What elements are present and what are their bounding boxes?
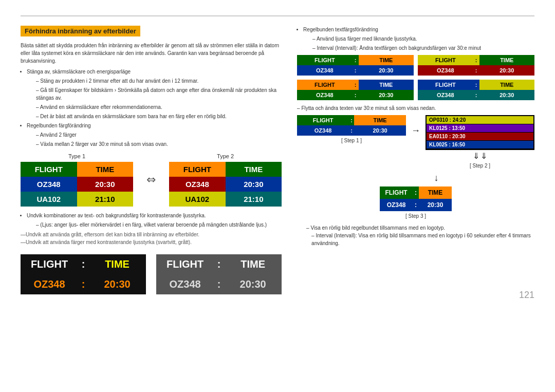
sub-item-3a: (Ljus: anger ljus- eller mörkervärdet i … <box>36 221 282 229</box>
arrow-between: ⇔ <box>143 173 159 186</box>
step1-panel: FLIGHT:TIMEOZ348:20:30 <box>297 115 406 136</box>
left-column: Förhindra inbränning av efterbilder Bäst… <box>21 26 282 294</box>
right-sub-list: Använd ljusa färger med liknande ljussty… <box>312 35 534 52</box>
page-number: 121 <box>519 290 534 301</box>
grid-panel: FLIGHT:TIMEOZ348:20:30 <box>297 80 414 100</box>
type1-panel: FLIGHTTIMEOZ34820:30UA10221:10 <box>21 162 133 207</box>
step2-block: OP0310 : 24:20KL0125 : 13:50EA0110 : 20:… <box>425 115 534 169</box>
bullet-list-2: Undvik kombinationer av text- och bakgru… <box>27 212 282 229</box>
note-1: Undvik att använda grått, eftersom det k… <box>21 232 282 237</box>
step1-label: [ Step 1 ] <box>341 138 362 143</box>
step-section: Flytta och ändra texten var 30:e minut s… <box>297 105 534 219</box>
step3-panel: FLIGHT:TIMEOZ348:20:30 <box>380 186 452 211</box>
sub-item-1a: Stäng av produkten i 2 timmar efter att … <box>36 77 282 85</box>
right-sub-1a: Använd ljusa färger med liknande ljussty… <box>312 35 534 43</box>
type2-label: Type 2 <box>169 153 282 159</box>
step3-block: FLIGHT:TIMEOZ348:20:30 [ Step 3 ] <box>380 186 452 219</box>
arrow-down-icon-2: ⇓ <box>480 151 487 161</box>
sub-list-3: (Ljus: anger ljus- eller mörkervärdet i … <box>36 221 282 229</box>
type-panels-row: Type 1 FLIGHTTIMEOZ34820:30UA10221:10 ⇔ … <box>21 153 282 207</box>
type1-label: Type 1 <box>21 153 133 159</box>
note-2: Undvik att använda färger med kontraster… <box>21 239 282 245</box>
arrow-down-icon-1: ⇓ <box>473 151 479 161</box>
sub-list-1: Stäng av produkten i 2 timmar efter att … <box>36 77 282 120</box>
logo-note-2: Interval (Intervall): Visa en rörlig bil… <box>311 232 534 247</box>
logo-notes: Visa en rörlig bild regelbundet tillsamm… <box>297 224 534 247</box>
bullet-list-1: Stänga av, skärmsläckare och energisparl… <box>27 68 282 148</box>
sub-list-2: Använd 2 färger Växla mellan 2 färger va… <box>36 131 282 148</box>
right-bullet-1: Regelbunden textfärgsförändring <box>303 26 534 33</box>
grid-panel: FLIGHT:TIMEOZ348:20:30 <box>297 55 414 76</box>
arrow-right-icon: → <box>411 125 420 136</box>
sub-item-1c: Använd en skärmsläckare efter rekommenda… <box>36 103 282 111</box>
logo-note-1: Visa en rörlig bild regelbundet tillsamm… <box>306 224 534 232</box>
intro-text: Bästa sättet att skydda produkten från i… <box>21 42 282 65</box>
steps-row-1: FLIGHT:TIMEOZ348:20:30 [ Step 1 ] → OP03… <box>297 115 534 169</box>
right-column: Regelbunden textfärgsförändring Använd l… <box>297 26 534 294</box>
right-grid-panels: FLIGHT:TIMEOZ348:20:30FLIGHT:TIMEOZ348:2… <box>297 55 534 100</box>
bottom-panel-2: FLIGHT:TIMEOZ348:20:30 <box>156 254 282 294</box>
grid-panel: FLIGHT:TIMEOZ348:20:30 <box>418 80 534 100</box>
right-bullet-list: Regelbunden textfärgsförändring Använd l… <box>303 26 534 52</box>
step1-block: FLIGHT:TIMEOZ348:20:30 [ Step 1 ] <box>297 115 406 143</box>
bullet-item-1: Stänga av, skärmsläckare och energisparl… <box>27 68 282 76</box>
step2-panel: OP0310 : 24:20KL0125 : 13:50EA0110 : 20:… <box>425 115 534 150</box>
step2-label: [ Step 2 ] <box>470 163 490 169</box>
bottom-panels: FLIGHT:TIMEOZ348:20:30 FLIGHT:TIMEOZ348:… <box>21 254 282 294</box>
step3-label: [ Step 3 ] <box>405 213 426 219</box>
grid-panel: FLIGHT:TIMEOZ348:20:30 <box>418 55 534 76</box>
type2-panel: FLIGHTTIMEOZ34820:30UA10221:10 <box>169 162 282 207</box>
section-title: Förhindra inbränning av efterbilder <box>21 26 140 36</box>
logo-sub-list: Visa en rörlig bild regelbundet tillsamm… <box>306 224 534 247</box>
bullet-item-3: Undvik kombinationer av text- och bakgru… <box>27 212 282 219</box>
sub-item-1b: Gå till Egenskaper för bildskärm › Ström… <box>36 86 282 102</box>
bullet-item-2: Regelbunden färgförändring <box>27 122 282 129</box>
right-sub-1b: Interval (Intervall): Ändra textfärgen o… <box>312 44 534 52</box>
step-down-arrow-row: ↓ <box>297 173 534 183</box>
arrow-down-icon-3: ↓ <box>434 173 439 183</box>
sub-item-2a: Använd 2 färger <box>36 131 282 139</box>
top-divider <box>21 15 534 16</box>
double-arrow-icon: ⇔ <box>146 173 156 186</box>
type1-block: Type 1 FLIGHTTIMEOZ34820:30UA10221:10 <box>21 153 133 207</box>
sub-item-1d: Det är bäst att använda en skärmsläckare… <box>36 113 282 120</box>
type2-block: Type 2 FLIGHTTIMEOZ34820:30UA10221:10 <box>169 153 282 207</box>
page: Förhindra inbränning av efterbilder Bäst… <box>0 0 555 310</box>
step-right-arrow: → <box>411 115 420 136</box>
bottom-panel-1: FLIGHT:TIMEOZ348:20:30 <box>21 254 146 294</box>
step3-row: FLIGHT:TIMEOZ348:20:30 [ Step 3 ] <box>297 186 534 219</box>
sub-item-2b: Växla mellan 2 färger var 30:e minut så … <box>36 140 282 148</box>
main-content: Förhindra inbränning av efterbilder Bäst… <box>21 26 534 294</box>
step-note: Flytta och ändra texten var 30:e minut s… <box>297 105 534 111</box>
